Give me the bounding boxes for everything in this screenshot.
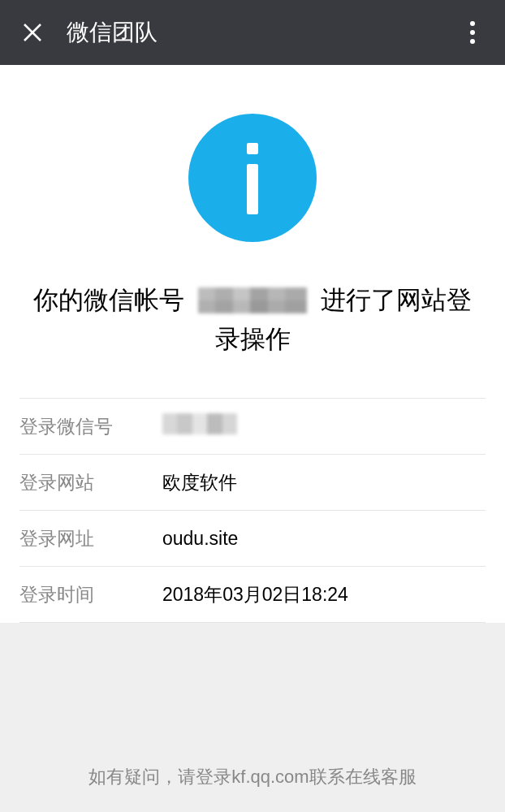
page-title: 微信团队	[67, 17, 158, 48]
more-vertical-icon	[469, 19, 476, 45]
redacted-account	[198, 287, 307, 313]
detail-value-site: 欧度软件	[162, 470, 237, 495]
content-card: 你的微信帐号 进行了网站登录操作 登录微信号 登录网站 欧度软件 登录网址 ou…	[0, 65, 505, 623]
detail-row-account: 登录微信号	[19, 399, 486, 455]
footer-text: 如有疑问，请登录kf.qq.com联系在线客服	[0, 765, 505, 789]
svg-point-2	[470, 21, 475, 26]
detail-value-url: oudu.site	[162, 528, 238, 550]
detail-value-account	[162, 413, 237, 439]
icon-section	[19, 65, 486, 281]
detail-list: 登录微信号 登录网站 欧度软件 登录网址 oudu.site 登录时间 2018…	[19, 398, 486, 623]
detail-label: 登录微信号	[19, 414, 162, 439]
detail-label: 登录网站	[19, 470, 162, 495]
redacted-account-value	[162, 413, 237, 434]
svg-point-4	[470, 39, 475, 44]
svg-point-3	[470, 30, 475, 35]
close-icon	[21, 21, 44, 44]
detail-label: 登录时间	[19, 582, 162, 607]
detail-row-time: 登录时间 2018年03月02日18:24	[19, 567, 486, 623]
title-prefix: 你的微信帐号	[33, 286, 184, 314]
close-button[interactable]	[15, 15, 50, 50]
detail-value-time: 2018年03月02日18:24	[162, 582, 348, 607]
detail-label: 登录网址	[19, 526, 162, 551]
notice-title: 你的微信帐号 进行了网站登录操作	[19, 281, 486, 398]
more-button[interactable]	[455, 15, 490, 50]
info-icon	[188, 114, 317, 242]
detail-row-url: 登录网址 oudu.site	[19, 511, 486, 567]
header: 微信团队	[0, 0, 505, 65]
detail-row-site: 登录网站 欧度软件	[19, 455, 486, 511]
